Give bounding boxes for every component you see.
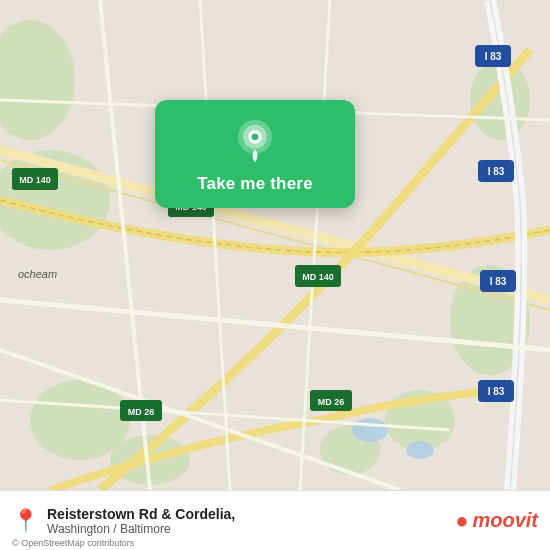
location-name: Reisterstown Rd & Cordelia, [47, 506, 455, 522]
svg-text:ocheam: ocheam [18, 268, 57, 280]
svg-point-10 [406, 441, 434, 459]
moovit-logo: ● moovit [455, 508, 538, 534]
svg-text:I 83: I 83 [488, 386, 505, 397]
take-me-there-label: Take me there [197, 174, 313, 194]
svg-text:I 83: I 83 [488, 166, 505, 177]
svg-text:MD 26: MD 26 [318, 397, 345, 407]
svg-point-42 [252, 133, 259, 140]
location-region: Washington / Baltimore [47, 522, 455, 536]
svg-text:MD 140: MD 140 [19, 175, 51, 185]
map-container: I 83 I 83 I 83 I 83 MD 140 MD 140 MD 140… [0, 0, 550, 490]
location-pin-icon [231, 118, 279, 166]
svg-text:I 83: I 83 [485, 51, 502, 62]
bottom-bar: 📍 Reisterstown Rd & Cordelia, Washington… [0, 490, 550, 550]
location-text: Reisterstown Rd & Cordelia, Washington /… [47, 506, 455, 536]
svg-text:MD 26: MD 26 [128, 407, 155, 417]
map-card[interactable]: Take me there [155, 100, 355, 208]
svg-text:MD 140: MD 140 [302, 272, 334, 282]
moovit-wordmark: moovit [472, 509, 538, 532]
moovit-dot: ● [455, 508, 468, 534]
svg-text:I 83: I 83 [490, 276, 507, 287]
location-icon: 📍 [12, 508, 39, 534]
svg-point-9 [352, 418, 388, 442]
osm-credit: © OpenStreetMap contributors [12, 538, 134, 548]
